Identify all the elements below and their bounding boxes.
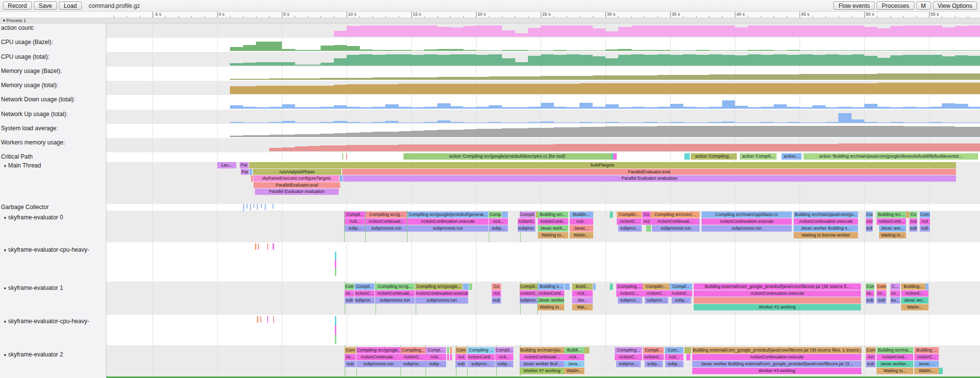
counter-bar[interactable]: [903, 83, 916, 94]
counter-bar[interactable]: [321, 107, 334, 109]
counter-bar[interactable]: [838, 113, 852, 123]
counter-bar[interactable]: [683, 83, 696, 94]
counter-bar[interactable]: [476, 50, 489, 51]
counter-bar[interactable]: [450, 49, 463, 51]
counter-bar[interactable]: [528, 107, 541, 109]
counter-bar[interactable]: [489, 84, 502, 94]
trace-event-bar[interactable]: Building src/main/java/com/go...: [794, 212, 858, 218]
trace-event-bar[interactable]: [939, 368, 943, 374]
counter-bar[interactable]: [411, 55, 425, 66]
counter-bar[interactable]: [890, 143, 904, 151]
counter-bar[interactable]: [489, 25, 502, 37]
counter-bar[interactable]: [411, 77, 425, 80]
counter-bar[interactable]: [903, 50, 916, 51]
counter-bar[interactable]: [567, 144, 580, 151]
trace-event-bar[interactable]: Compiling src/g...: [366, 212, 407, 218]
counter-bar[interactable]: [735, 50, 748, 51]
counter-bar[interactable]: [748, 25, 761, 37]
counter-bar[interactable]: [942, 27, 955, 37]
counter-bar[interactable]: [955, 122, 968, 123]
counter-bar[interactable]: [411, 131, 425, 137]
counter-bar[interactable]: [968, 25, 980, 37]
counter-bar[interactable]: [929, 50, 942, 51]
trace-event-bar[interactable]: Com: [866, 212, 873, 218]
trace-event-bar[interactable]: Building external/com_google_protobuf/ja…: [692, 347, 861, 354]
counter-bar[interactable]: [696, 83, 709, 94]
trace-event-bar[interactable]: ActionContinuation.execute: [694, 290, 861, 297]
counter-bar[interactable]: [579, 76, 593, 80]
counter-bar[interactable]: [903, 25, 916, 37]
counter-bar[interactable]: [826, 144, 839, 151]
counter-bar[interactable]: [644, 55, 657, 66]
trace-event-bar[interactable]: Javac ...: [914, 361, 939, 367]
counter-bar[interactable]: [359, 54, 373, 66]
counter-bar[interactable]: [916, 122, 930, 123]
counter-bar[interactable]: [787, 122, 800, 123]
counter-bar[interactable]: [748, 107, 761, 109]
trace-event-bar[interactable]: subprocess.run: [375, 297, 415, 304]
trace-event-bar[interactable]: Com: [866, 347, 876, 354]
counter-bar[interactable]: [903, 143, 916, 151]
counter-bar[interactable]: [605, 144, 619, 151]
counter-bar[interactable]: [347, 133, 360, 137]
counter-bar[interactable]: [424, 49, 437, 51]
counter-bar[interactable]: [605, 104, 619, 109]
counter-bar[interactable]: [567, 107, 580, 109]
counter-bar[interactable]: [593, 75, 606, 80]
trace-event-bar[interactable]: Par: [241, 169, 249, 175]
trace-event-bar[interactable]: Compiling...: [615, 347, 642, 354]
trace-event-bar[interactable]: ActionContinuati...: [366, 218, 407, 225]
counter-bar[interactable]: [735, 55, 748, 66]
counter-bar[interactable]: [450, 130, 463, 137]
counter-bar[interactable]: [787, 144, 800, 151]
trace-event-bar[interactable]: Com: [866, 284, 874, 290]
counter-bar[interactable]: [476, 55, 489, 66]
trace-event-bar[interactable]: Building src/main/jav...: [520, 347, 564, 354]
counter-bar[interactable]: [826, 126, 839, 137]
trace-event-bar[interactable]: Wai...: [572, 304, 593, 310]
trace-event-bar[interactable]: skyframeExecutor.configureTargets: [253, 175, 339, 182]
trace-event-bar[interactable]: subproc...: [467, 361, 495, 367]
trace-event-bar[interactable]: sub: [455, 361, 467, 367]
counter-bar[interactable]: [774, 54, 787, 66]
counter-bar[interactable]: [359, 145, 373, 151]
counter-bar[interactable]: [774, 25, 787, 37]
trace-event-bar[interactable]: ActionConti...: [467, 354, 495, 360]
counter-bar[interactable]: [696, 144, 709, 151]
counter-bar[interactable]: [800, 83, 813, 94]
counter-bar[interactable]: [774, 144, 787, 151]
trace-event-bar[interactable]: [450, 354, 452, 360]
counter-bar[interactable]: [631, 83, 645, 94]
counter-bar[interactable]: [593, 28, 606, 37]
counter-bar[interactable]: [528, 28, 541, 37]
counter-bar[interactable]: [709, 50, 722, 51]
counter-bar[interactable]: [347, 107, 360, 109]
counter-bar[interactable]: [631, 75, 645, 80]
trace-event-bar[interactable]: subprocess.run: [407, 225, 488, 232]
counter-bar[interactable]: [502, 58, 515, 66]
counter-bar[interactable]: [308, 122, 321, 123]
counter-bar[interactable]: [476, 144, 489, 151]
trace-event-bar[interactable]: subp...: [495, 361, 513, 367]
counter-bar[interactable]: [670, 83, 683, 94]
counter-bar[interactable]: [968, 107, 980, 109]
collapse-arrow-icon[interactable]: ▾: [4, 248, 6, 253]
counter-bar[interactable]: [826, 50, 839, 51]
trace-event-bar[interactable]: sub: [345, 361, 356, 367]
counter-bar[interactable]: [631, 144, 645, 151]
counter-bar[interactable]: [696, 122, 709, 123]
counter-bar[interactable]: [787, 107, 800, 109]
counter-bar[interactable]: [359, 107, 373, 109]
trace-event-bar[interactable]: action 'Compili...: [740, 153, 777, 160]
trace-event-bar[interactable]: action 'Compiling...: [691, 153, 737, 160]
trace-event-bar[interactable]: [593, 284, 596, 290]
counter-bar[interactable]: [890, 83, 904, 94]
counter-bar[interactable]: [308, 78, 321, 80]
trace-event-bar[interactable]: Javac worker Buil...: [520, 361, 564, 367]
counter-bar[interactable]: [334, 78, 347, 80]
trace-event-bar[interactable]: [610, 212, 613, 218]
counter-bar[interactable]: [722, 83, 735, 94]
counter-bar[interactable]: [644, 144, 657, 151]
save-button[interactable]: Save: [34, 1, 57, 10]
counter-bar[interactable]: [916, 143, 930, 151]
